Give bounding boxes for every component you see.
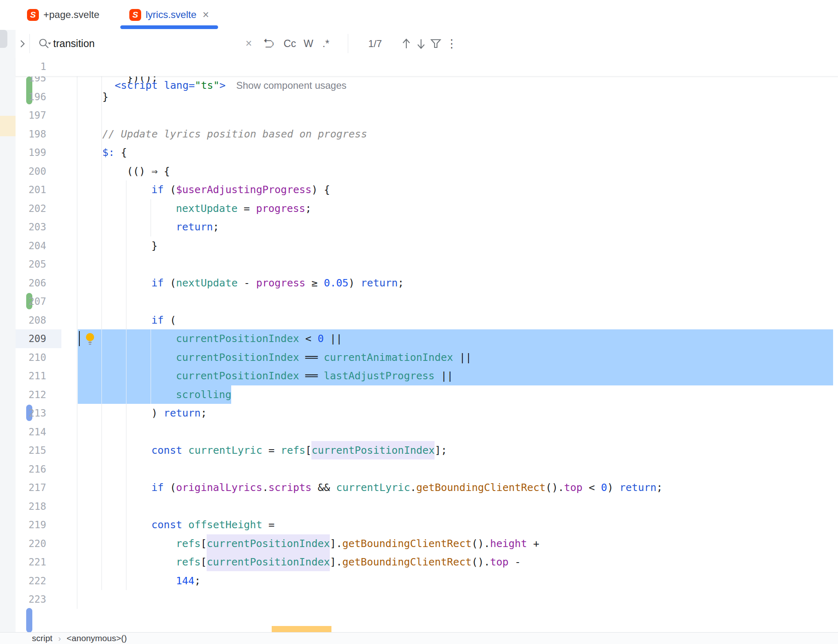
token: ══ (299, 351, 324, 363)
gutter-warning-stripe (0, 116, 16, 136)
token: currentLyric (188, 444, 262, 456)
line-number[interactable]: 216 (16, 460, 46, 479)
line-number[interactable]: 212 (16, 385, 46, 404)
line-number[interactable]: 222 (16, 572, 46, 590)
words-toggle[interactable]: W (304, 30, 313, 57)
chevron-right-icon (19, 38, 26, 49)
search-input[interactable]: transition (53, 30, 95, 57)
line-number[interactable]: 214 (16, 423, 46, 441)
token: || (435, 370, 453, 382)
match-case-toggle[interactable]: Cc (284, 30, 296, 57)
code-line[interactable]: nextUpdate = progress; (176, 199, 311, 218)
filter-button[interactable] (430, 30, 442, 57)
sticky-header-line[interactable]: 1 <script lang="ts">Show component usage… (16, 57, 838, 77)
code-line[interactable]: refs[currentPositionIndex].getBoundingCl… (176, 553, 521, 572)
token: progress (256, 277, 305, 289)
line-number[interactable]: 209 (16, 329, 46, 348)
token: ]. (330, 538, 342, 549)
line-number[interactable]: 218 (16, 497, 46, 516)
code-line[interactable]: (() ⇒ { (127, 162, 170, 181)
search-history-button[interactable] (38, 30, 52, 57)
regex-toggle[interactable]: .* (322, 30, 329, 57)
more-options-icon[interactable]: ⋮ (446, 30, 457, 57)
line-number[interactable]: 206 (16, 274, 46, 293)
previous-match-button[interactable] (401, 30, 412, 57)
line-number[interactable]: 196 (16, 88, 46, 106)
code-line[interactable]: if ($userAdjustingProgress) { (151, 180, 330, 199)
code-editor[interactable]: 195})();196}197198// Update lyrics posit… (16, 57, 838, 633)
token: { (115, 146, 127, 158)
arrow-up-icon (401, 38, 412, 50)
line-number[interactable]: 199 (16, 143, 46, 162)
line-number[interactable]: 207 (16, 292, 46, 311)
line-number[interactable]: 202 (16, 199, 46, 218)
code-line[interactable]: if (nextUpdate - progress ≥ 0.05) return… (151, 274, 404, 293)
token: getBoundingClientRect (416, 482, 545, 493)
code-line[interactable]: const offsetHeight = (151, 516, 275, 534)
line-number[interactable]: 215 (16, 441, 46, 460)
inlay-hint[interactable]: Show component usages (236, 80, 347, 91)
close-icon[interactable]: × (203, 11, 209, 19)
token: ( (164, 277, 176, 289)
breadcrumb-item-script[interactable]: script (32, 633, 52, 643)
next-match-button[interactable] (416, 30, 426, 57)
code-line[interactable]: currentPositionIndex ══ currentAnimation… (176, 348, 471, 367)
token: ══ (299, 370, 324, 382)
line-number[interactable]: 219 (16, 516, 46, 534)
left-tool-strip (0, 30, 16, 644)
code-line[interactable]: } (151, 236, 158, 255)
token: && (311, 482, 336, 493)
code-line[interactable]: if (originalLyrics.scripts && currentLyr… (151, 478, 662, 497)
token: getBoundingClientRect (342, 556, 471, 568)
code-line[interactable]: if ( (151, 311, 176, 330)
line-number[interactable]: 204 (16, 236, 46, 255)
tool-window-handle[interactable] (0, 30, 7, 48)
token: } (151, 240, 158, 252)
line-number[interactable]: 221 (16, 553, 46, 572)
token (182, 444, 188, 456)
new-line-icon[interactable]: ⮌ (263, 30, 274, 57)
code-line[interactable]: 144; (176, 572, 200, 590)
token: = (238, 203, 256, 214)
line-number[interactable]: 200 (16, 162, 46, 181)
editor-tab-bar: S +page.svelte S lyrics.svelte × (16, 0, 838, 30)
line-number[interactable]: 201 (16, 180, 46, 199)
line-number[interactable]: 211 (16, 367, 46, 385)
line-number[interactable]: 223 (16, 590, 46, 609)
code-line[interactable]: ) return; (151, 404, 207, 423)
token: scripts (268, 482, 311, 493)
line-number[interactable]: 208 (16, 311, 46, 330)
code-line[interactable]: const currentLyric = refs[currentPositio… (151, 441, 447, 460)
token: refs (281, 444, 305, 456)
code-line[interactable]: refs[currentPositionIndex].getBoundingCl… (176, 534, 539, 553)
line-number[interactable]: 210 (16, 348, 46, 367)
code-line[interactable]: scrolling (176, 385, 231, 404)
intention-lightbulb-icon[interactable] (85, 332, 95, 347)
token: const (151, 444, 182, 456)
code-line[interactable]: currentPositionIndex ══ lastAdjustProgre… (176, 367, 453, 385)
token: ) (151, 407, 164, 419)
breadcrumb-item-anonymous[interactable]: <anonymous>() (67, 633, 127, 643)
code-line[interactable]: currentPositionIndex < 0 || (176, 329, 342, 348)
token: . (410, 482, 416, 493)
token: > (219, 79, 225, 91)
line-number[interactable]: 213 (16, 404, 46, 423)
line-number[interactable]: 197 (16, 106, 46, 125)
line-number[interactable]: 217 (16, 478, 46, 497)
code-line[interactable]: return; (176, 218, 219, 236)
token: currentPositionIndex (311, 441, 435, 459)
clear-search-icon[interactable]: × (246, 30, 252, 57)
token: scrolling (176, 389, 231, 401)
line-number[interactable]: 205 (16, 255, 46, 274)
line-number[interactable]: 198 (16, 125, 46, 144)
token: top (490, 556, 509, 568)
code-line[interactable]: $: { (102, 143, 127, 162)
token: ) (349, 277, 361, 289)
line-number[interactable]: 203 (16, 218, 46, 236)
indent-guide (151, 199, 151, 236)
tab-page-svelte[interactable]: S +page.svelte (27, 0, 99, 29)
expand-replace-button[interactable] (16, 30, 29, 57)
token: || (324, 333, 342, 345)
line-number[interactable]: 220 (16, 534, 46, 553)
code-line[interactable]: // Update lyrics position based on progr… (102, 125, 367, 144)
